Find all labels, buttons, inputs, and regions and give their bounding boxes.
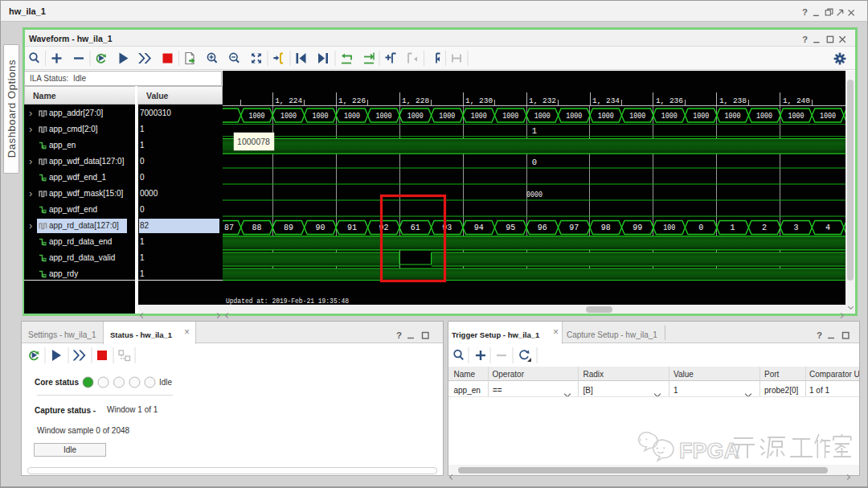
svg-text:0: 0 — [532, 158, 537, 167]
svg-text:?: ? — [396, 330, 402, 340]
svg-text:1: 1 — [731, 223, 735, 232]
svg-text:1, 236: 1, 236 — [656, 96, 683, 105]
svg-text:88: 88 — [252, 223, 261, 232]
svg-text:?: ? — [817, 330, 822, 340]
svg-text:98: 98 — [601, 223, 611, 232]
svg-text:1000: 1000 — [471, 112, 487, 121]
svg-text:1000: 1000 — [598, 112, 614, 121]
svg-text:?: ? — [802, 7, 808, 17]
svg-text:1000: 1000 — [312, 112, 328, 121]
svg-text:Updated at: 2019-Feb-21 19:35:: Updated at: 2019-Feb-21 19:35:48 — [226, 297, 349, 305]
svg-text:1000078: 1000078 — [237, 137, 270, 146]
svg-text:0000: 0000 — [526, 190, 542, 199]
svg-text:FPGA: FPGA — [679, 439, 739, 463]
svg-text:96: 96 — [538, 223, 547, 232]
svg-text:1, 224: 1, 224 — [275, 96, 302, 105]
svg-text:1000: 1000 — [629, 112, 645, 121]
svg-text:3: 3 — [794, 223, 799, 232]
svg-text:1000: 1000 — [788, 112, 805, 121]
svg-text:91: 91 — [347, 223, 357, 232]
svg-text:1000: 1000 — [756, 112, 772, 121]
svg-text:1000: 1000 — [344, 112, 360, 121]
svg-text:1000: 1000 — [407, 112, 424, 121]
svg-text:87: 87 — [224, 223, 234, 232]
svg-text:1000: 1000 — [280, 112, 297, 121]
svg-text:1, 228: 1, 228 — [402, 96, 429, 105]
svg-text:1, 238: 1, 238 — [719, 96, 747, 105]
svg-text:94: 94 — [474, 223, 484, 232]
svg-text:1, 226: 1, 226 — [338, 96, 366, 105]
svg-text:1000: 1000 — [820, 112, 836, 121]
svg-text:90: 90 — [315, 223, 325, 232]
svg-text:2: 2 — [762, 223, 767, 232]
svg-text:?: ? — [802, 35, 808, 44]
svg-text:1000: 1000 — [534, 112, 551, 121]
svg-text:1, 232: 1, 232 — [529, 96, 556, 105]
svg-text:1000: 1000 — [693, 112, 709, 121]
svg-text:100: 100 — [663, 223, 675, 232]
svg-text:89: 89 — [284, 223, 293, 232]
svg-text:61: 61 — [411, 223, 420, 232]
svg-text:1000: 1000 — [725, 112, 741, 121]
svg-text:1, 230: 1, 230 — [465, 96, 493, 105]
svg-text:1000: 1000 — [439, 112, 455, 121]
svg-text:0: 0 — [698, 223, 703, 232]
svg-text:99: 99 — [633, 223, 642, 232]
svg-text:1, 240: 1, 240 — [783, 96, 810, 105]
svg-text:97: 97 — [569, 223, 579, 232]
svg-text:1000: 1000 — [375, 112, 391, 121]
svg-text:1, 234: 1, 234 — [592, 96, 620, 105]
svg-text:1000: 1000 — [661, 112, 678, 121]
svg-text:4: 4 — [825, 223, 830, 232]
svg-text:1000: 1000 — [248, 112, 264, 121]
svg-text:95: 95 — [506, 223, 515, 232]
svg-text:1000: 1000 — [502, 112, 518, 121]
svg-text:1: 1 — [532, 126, 537, 136]
svg-text:1000: 1000 — [566, 112, 582, 121]
